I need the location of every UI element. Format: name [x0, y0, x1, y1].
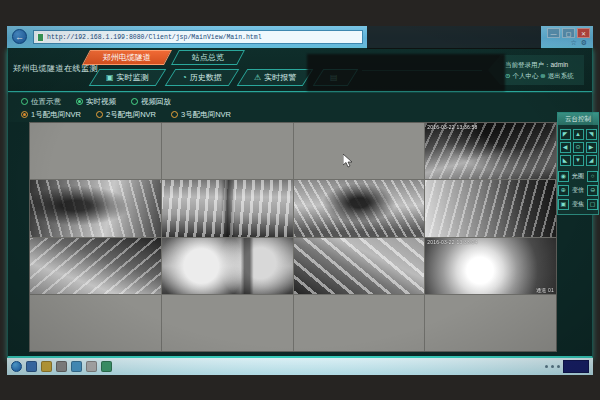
ptz-down-left-button[interactable]: ◣ [560, 155, 571, 166]
taskbar-app-icon[interactable] [86, 361, 97, 372]
camera-feed-3[interactable] [162, 180, 293, 236]
taskbar-app-icon[interactable] [101, 361, 112, 372]
radio-selected-icon [76, 98, 83, 105]
tab-bar: 郑州电缆隧道 站点总览 [86, 50, 241, 65]
radio-video-playback[interactable]: 视频回放 [131, 97, 171, 107]
tray-icon[interactable] [551, 365, 554, 368]
camera-feed-1[interactable]: 2016-03-22 13:36:58 [425, 123, 556, 179]
radio-location-map-label: 位置示意 [31, 97, 61, 107]
camera-channel-label: 通道 01 [536, 287, 554, 293]
tab-tunnel[interactable]: 郑州电缆隧道 [82, 50, 172, 65]
radio-selected-icon [21, 111, 28, 118]
ptz-up-button[interactable]: ▲ [573, 129, 584, 140]
video-cell-empty [30, 123, 161, 179]
radio-nvr-3[interactable]: 3号配电间NVR [171, 110, 231, 120]
taskbar-folder-icon[interactable] [41, 361, 52, 372]
iris-close-button[interactable]: ◉ [558, 171, 569, 182]
nav-realtime-monitor-label: 实时监测 [117, 73, 149, 82]
ptz-direction-pad: ◤ ▲ ◥ ◀ ⊙ ▶ ◣ ▼ ◢ [558, 125, 598, 168]
ptz-down-button[interactable]: ▼ [573, 155, 584, 166]
camera-feed-9[interactable]: 2016-03-22 13:38:04 通道 01 [425, 238, 556, 294]
alarm-icon: ⚠ [254, 73, 261, 82]
camera-timestamp: 2016-03-22 13:38:04 [427, 239, 477, 245]
url-bar[interactable]: http://192.168.1.199:8080/Client/jsp/Mai… [33, 30, 363, 44]
ptz-up-right-button[interactable]: ◥ [586, 129, 597, 140]
radio-circle-icon [96, 111, 103, 118]
profile-link[interactable]: ⊙个人中心 [505, 72, 538, 79]
video-wall: 2016-03-22 13:36:58 2016-03-22 13:38:04 … [29, 122, 557, 352]
radio-live-video[interactable]: 实时视频 [76, 97, 116, 107]
logout-label: 退出系统 [548, 72, 574, 79]
history-icon: ◔ [182, 73, 187, 82]
taskbar-ie-icon[interactable] [26, 361, 37, 372]
radio-nvr-1[interactable]: 1号配电间NVR [21, 110, 81, 120]
camera-feed-5[interactable] [425, 180, 556, 236]
nav-realtime-alarm[interactable]: ⚠实时报警 [237, 69, 314, 86]
monitor-screen: ← http://192.168.1.199:8080/Client/jsp/M… [7, 26, 593, 375]
tray-icon[interactable] [545, 365, 548, 368]
taskbar-app-icon[interactable] [56, 361, 67, 372]
ptz-left-button[interactable]: ◀ [560, 142, 571, 153]
ptz-panel: 云台控制 ◤ ▲ ◥ ◀ ⊙ ▶ ◣ ▼ ◢ ◉ 光圈 ○ ⊕ 变倍 ⊖ [557, 112, 599, 215]
tab-tunnel-label: 郑州电缆隧道 [103, 51, 151, 65]
zoom-in-button[interactable]: ⊕ [558, 185, 569, 196]
window-controls: — ▢ ✕ [547, 28, 590, 38]
username: admin [551, 61, 569, 68]
ptz-right-button[interactable]: ▶ [586, 142, 597, 153]
maximize-button[interactable]: ▢ [562, 28, 575, 38]
iris-open-button[interactable]: ○ [587, 171, 598, 182]
camera-feed-4[interactable] [294, 180, 425, 236]
logout-link[interactable]: ⊗退出系统 [540, 72, 573, 79]
nav-realtime-alarm-label: 实时报警 [265, 73, 297, 82]
nav-history-data[interactable]: ◔历史数据 [164, 69, 238, 86]
focus-far-button[interactable]: ▢ [587, 199, 598, 210]
back-button[interactable]: ← [12, 29, 27, 44]
zoom-label: 变倍 [571, 186, 586, 195]
radio-nvr-2[interactable]: 2号配电间NVR [96, 110, 156, 120]
close-button[interactable]: ✕ [577, 28, 590, 38]
back-arrow-icon: ← [15, 32, 24, 42]
camera-feed-6[interactable] [30, 238, 161, 294]
ptz-up-left-button[interactable]: ◤ [560, 129, 571, 140]
focus-label: 变焦 [571, 200, 586, 209]
tools-gear-icon[interactable]: ⚙ [581, 39, 587, 47]
person-icon: ⊙ [505, 72, 510, 79]
camera-feed-2[interactable] [30, 180, 161, 236]
video-cell-empty [294, 295, 425, 351]
radio-circle-icon [21, 98, 28, 105]
zoom-out-button[interactable]: ⊖ [587, 185, 598, 196]
tab-site-overview[interactable]: 站点总览 [171, 50, 245, 65]
ptz-iris-row: ◉ 光圈 ○ [558, 171, 598, 182]
login-user-line: 当前登录用户：admin [505, 59, 580, 70]
radio-live-video-label: 实时视频 [86, 97, 116, 107]
radio-location-map[interactable]: 位置示意 [21, 97, 61, 107]
focus-near-button[interactable]: ▣ [558, 199, 569, 210]
radio-video-playback-label: 视频回放 [141, 97, 171, 107]
camera-feed-7[interactable] [162, 238, 293, 294]
video-cell-empty [30, 295, 161, 351]
minimize-button[interactable]: — [547, 28, 560, 38]
camera-timestamp: 2016-03-22 13:36:58 [427, 124, 477, 130]
ptz-panel-title: 云台控制 [558, 113, 598, 125]
radio-nvr-3-label: 3号配电间NVR [181, 110, 231, 120]
ptz-focus-row: ▣ 变焦 ▢ [558, 199, 598, 210]
ptz-down-right-button[interactable]: ◢ [586, 155, 597, 166]
radio-nvr-2-label: 2号配电间NVR [106, 110, 156, 120]
video-cell-empty [425, 295, 556, 351]
browser-toolbar-icons: ☆ ⚙ [570, 39, 587, 47]
tray-clock-area[interactable] [563, 360, 589, 373]
photo-glare [307, 54, 505, 91]
radio-circle-icon [131, 98, 138, 105]
taskbar-app-icon[interactable] [71, 361, 82, 372]
ptz-auto-button[interactable]: ⊙ [573, 142, 584, 153]
iris-label: 光圈 [571, 172, 586, 181]
surveillance-app: 郑州电缆隧道在线监测 郑州电缆隧道 站点总览 ▣实时监测 ◔历史数据 ⚠实时报警… [7, 48, 593, 358]
camera-feed-8[interactable] [294, 238, 425, 294]
logout-icon: ⊗ [540, 72, 545, 79]
nav-history-data-label: 历史数据 [189, 73, 221, 82]
nav-realtime-monitor[interactable]: ▣实时监测 [89, 69, 166, 86]
tray-icon[interactable] [557, 365, 560, 368]
profile-label: 个人中心 [512, 72, 538, 79]
start-button[interactable] [11, 361, 22, 372]
favorites-star-icon[interactable]: ☆ [570, 39, 576, 47]
